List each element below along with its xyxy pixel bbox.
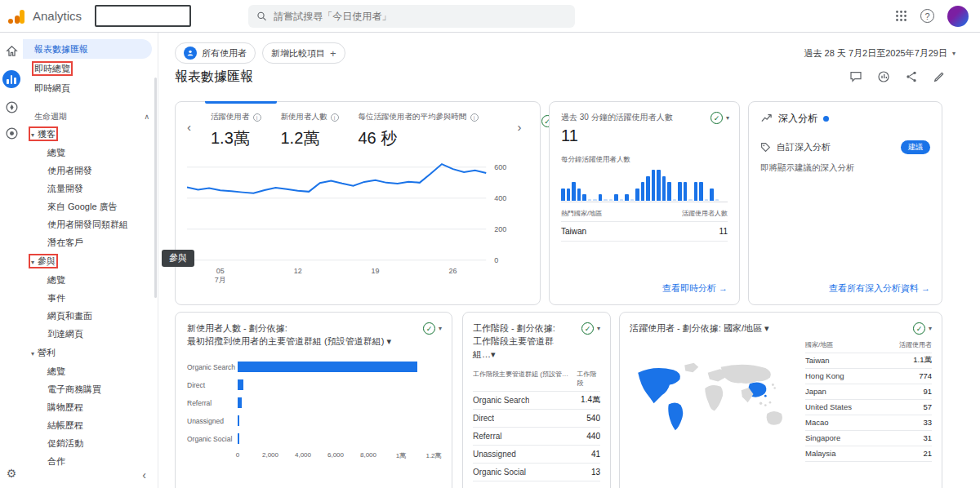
card-title: 新使用者人數 - 劃分依據: 最初招攬到使用者的主要管道群組 (預設管道群組) … [187, 322, 440, 348]
nav-reports-snapshot[interactable]: 報表數據匯報 [23, 39, 152, 59]
search-bar[interactable] [248, 5, 575, 28]
account-property-selector[interactable] [95, 5, 191, 27]
nav-acquisition-item[interactable]: 流量開發 [23, 180, 158, 197]
nav-monetization-item[interactable]: 促銷活動 [23, 434, 158, 452]
info-icon: i [253, 113, 261, 122]
table-row[interactable]: Taiwan1.1萬 [805, 353, 932, 369]
table-row[interactable]: Malaysia21 [805, 446, 932, 462]
nav-monetization-item[interactable]: 結帳歷程 [23, 416, 158, 434]
all-users-comparison-chip[interactable]: 所有使用者 [175, 42, 256, 64]
map-region-australia [767, 411, 782, 425]
map-region-sea [769, 401, 772, 404]
nav-group-monetization[interactable]: ▾營利 [23, 343, 158, 362]
chevron-down-icon[interactable]: ▾ [439, 325, 442, 332]
data-quality-icon[interactable]: ✓ [581, 322, 594, 335]
metric-new-users[interactable]: 新使用者人數i 1.2萬 [281, 112, 339, 149]
realtime-bar-chart [561, 168, 728, 202]
dimension-selector[interactable]: 工作階段主要管道群組…▾ [473, 335, 568, 362]
nav-acquisition-item[interactable]: 總覽 [23, 144, 158, 162]
nav-group-engagement[interactable]: ▾參與 [23, 251, 158, 271]
countries-table-header: 國家/地區 活躍使用者 [805, 340, 932, 353]
table-row[interactable]: United States57 [805, 400, 932, 415]
table-row[interactable]: Direct540 [473, 410, 600, 428]
data-quality-icon[interactable]: ✓ [913, 322, 925, 335]
nav-engagement-item[interactable]: 網頁和畫面 [23, 307, 158, 325]
metrics-scroll-right-icon[interactable]: › [518, 112, 522, 143]
map-region-africa [705, 385, 723, 410]
user-avatar[interactable] [947, 6, 969, 27]
apps-grid-icon[interactable] [895, 10, 907, 22]
nav-acquisition-item[interactable]: 使用者開發 [23, 162, 158, 180]
main-content: 所有使用者 新增比較項目 + 過去 28 天 7月2日至2025年7月29日 ▾… [158, 33, 980, 488]
insight-suggestion-item[interactable]: 自訂深入分析 建議 [760, 140, 930, 154]
nav-monetization-item[interactable]: 總覽 [23, 362, 158, 380]
nav-engagement-item[interactable]: 事件 [23, 289, 158, 307]
data-quality-icon[interactable]: ✓ [423, 322, 435, 335]
nav-realtime-pages[interactable]: 即時網頁 [23, 78, 158, 98]
sessions-card: ✓ ▾ 工作階段 - 劃分依據: 工作階段主要管道群組…▾ 工作階段主要管道群組… [462, 312, 611, 488]
nav-engagement-item[interactable]: 總覽 [23, 271, 158, 289]
reports-nav-icon[interactable] [2, 70, 20, 88]
table-row[interactable]: Macao33 [805, 415, 932, 431]
analytics-logo-icon [8, 8, 26, 24]
map-region-japan [772, 384, 774, 386]
active-metric-indicator [205, 101, 277, 104]
realtime-table-header: 熱門國家/地區 活躍使用者人數 [561, 209, 728, 222]
metric-avg-engagement-time[interactable]: 每位活躍使用者的平均參與時間i 46 秒 [359, 112, 479, 149]
insights-title: 深入分析 [778, 112, 817, 126]
nav-group-acquisition[interactable]: ▾獲客 [23, 124, 158, 144]
view-realtime-link[interactable]: 查看即時分析 → [662, 282, 728, 295]
nav-monetization-item[interactable]: 合作 [23, 452, 158, 470]
add-comparison-button[interactable]: 新增比較項目 + [262, 42, 345, 64]
collapse-sidebar-icon[interactable]: ‹ [142, 468, 146, 481]
table-row[interactable]: Japan91 [805, 384, 932, 400]
nav-monetization-item[interactable]: 購物歷程 [23, 398, 158, 416]
advertising-icon[interactable] [5, 126, 19, 140]
nav-acquisition-item[interactable]: 潛在客戶 [23, 233, 158, 251]
table-row[interactable]: Organic Search1.4萬 [473, 392, 600, 410]
table-row[interactable]: Referral440 [473, 428, 600, 446]
table-row[interactable]: Unassigned41 [473, 446, 600, 464]
app-rail: ⚙ [0, 33, 23, 488]
metrics-scroll-left-icon[interactable]: ‹ [187, 112, 191, 143]
nav-realtime-overview[interactable]: 即時總覽 [23, 59, 158, 78]
feedback-icon[interactable] [849, 70, 862, 83]
nav-acquisition-item[interactable]: 使用者開發同類群組 [23, 215, 158, 233]
svg-text:7月: 7月 [215, 276, 226, 284]
realtime-table-row[interactable]: Taiwan 11 [561, 222, 728, 242]
nav-monetization-item[interactable]: 電子商務購買 [23, 380, 158, 398]
svg-text:400: 400 [494, 194, 506, 202]
bar-chart-axis: 02,0004,0006,0008,0001萬1.2萬 [238, 451, 440, 461]
insights-icon[interactable] [877, 70, 890, 83]
comparison-bar: 所有使用者 新增比較項目 + 過去 28 天 7月2日至2025年7月29日 ▾ [175, 42, 956, 64]
chevron-down-icon[interactable]: ▾ [597, 325, 600, 332]
chevron-down-icon[interactable]: ▾ [929, 325, 932, 332]
search-input[interactable] [274, 11, 567, 22]
home-icon[interactable] [5, 44, 19, 58]
help-icon[interactable]: ? [920, 9, 934, 23]
share-icon[interactable] [905, 70, 918, 83]
date-range-picker[interactable]: 過去 28 天 7月2日至2025年7月29日 ▾ [804, 47, 956, 60]
map-region-greenland [684, 363, 698, 372]
dimension-selector[interactable]: 最初招攬到使用者的主要管道群組 (預設管道群組) ▾ [187, 335, 408, 348]
customize-report-icon[interactable] [933, 70, 946, 83]
table-row[interactable]: Singapore31 [805, 431, 932, 446]
collapse-section-icon: ∧ [144, 101, 149, 132]
chevron-down-icon[interactable]: ▾ [726, 114, 729, 122]
countries-table: 國家/地區 活躍使用者 Taiwan1.1萬 Hong Kong774 Japa… [805, 340, 932, 463]
nav-section-lifecycle[interactable]: 生命週期 ∧ [23, 109, 158, 124]
nav-acquisition-item[interactable]: 來自 Google 廣告 [23, 197, 158, 215]
admin-gear-icon[interactable]: ⚙ [0, 467, 23, 480]
data-quality-icon[interactable]: ✓ [710, 112, 723, 124]
nav-engagement-item[interactable]: 到達網頁 [23, 325, 158, 343]
insights-card: 深入分析 自訂深入分析 建議 即將顯示建議的深入分析 查看所有深入分析資料 → [748, 101, 942, 305]
table-row[interactable]: Organic Social13 [473, 464, 600, 481]
page-title: 報表數據匯報 [175, 69, 253, 86]
metric-active-users[interactable]: 活躍使用者i 1.3萬 [211, 112, 261, 149]
view-all-insights-link[interactable]: 查看所有深入分析資料 → [829, 282, 930, 295]
dimension-selector[interactable]: 活躍使用者 - 劃分依據: 國家/地區 ▾ [630, 322, 899, 335]
sidebar-scrollbar[interactable] [154, 78, 157, 298]
explore-icon[interactable] [5, 100, 19, 114]
table-row[interactable]: Hong Kong774 [805, 369, 932, 384]
sessions-table-header: 工作階段主要管道群組 (預設管道群組) 工作階段 [473, 370, 600, 392]
